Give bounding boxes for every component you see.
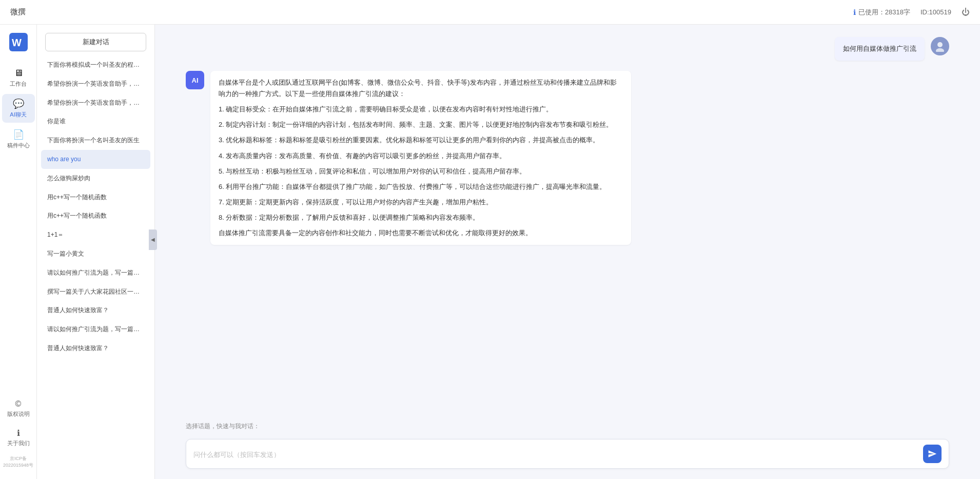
quick-topics: 选择话题，快速与我对话： [155, 417, 980, 434]
ai-message-row: AI 自媒体平台是个人或团队通过互联网平台(如博客、微博、微信公众号、抖音、快手… [186, 71, 949, 245]
workbench-icon: 🖥 [14, 68, 23, 79]
history-item[interactable]: 1+1＝ [41, 225, 150, 244]
history-item[interactable]: 普通人如何快速致富？ [41, 339, 150, 358]
ai-paragraph: 自媒体推广引流需要具备一定的内容创作和社交能力，同时也需要不断尝试和优化，才能取… [219, 227, 623, 239]
history-item[interactable]: 请以如何推广引流为题，写一篇大纲 [41, 263, 150, 282]
history-sidebar: 新建对话 下面你将模拟成一个叫圣友的程序员，我说...希望你扮演一个英语发音助手… [37, 25, 155, 479]
ai-response-content: 自媒体平台是个人或团队通过互联网平台(如博客、微博、微信公众号、抖音、快手等)发… [219, 77, 623, 239]
history-item[interactable]: 希望你扮演一个英语发音助手，我提供给你... [41, 93, 150, 112]
sidebar-collapse-toggle[interactable]: ◀ [149, 229, 157, 250]
ai-paragraph: 4. 发布高质量内容：发布高质量、有价值、有趣的内容可以吸引更多的粉丝，并提高用… [219, 150, 623, 162]
history-list: 下面你将模拟成一个叫圣友的程序员，我说...希望你扮演一个英语发音助手，我提供给… [37, 55, 154, 479]
ai-paragraph: 1. 确定目标受众：在开始自媒体推广引流之前，需要明确目标受众是谁，以便在发布内… [219, 104, 623, 115]
copyright-label: 版权说明 [7, 410, 30, 418]
history-item[interactable]: 你是谁 [41, 112, 150, 131]
history-item[interactable]: who are you [41, 150, 150, 169]
workbench-label: 工作台 [10, 80, 27, 88]
ai-paragraph: 7. 定期更新：定期更新内容，保持活跃度，可以让用户对你的内容产生兴趣，增加用户… [219, 197, 623, 208]
ai-paragraph: 6. 利用平台推广功能：自媒体平台都提供了推广功能，如广告投放、付费推广等，可以… [219, 181, 623, 193]
user-message-text: 如何用自媒体做推广引流 [843, 45, 916, 52]
main-layout: W 🖥 工作台 💬 AI聊天 📄 稿件中心 © 版权说明 ℹ [0, 25, 980, 479]
user-avatar [931, 37, 949, 55]
send-button[interactable] [923, 445, 942, 463]
svg-point-3 [936, 48, 944, 52]
ai-paragraph: 2. 制定内容计划：制定一份详细的内容计划，包括发布时间、频率、主题、文案、图片… [219, 119, 623, 130]
copyright-icon: © [15, 399, 22, 409]
user-message-row: 如何用自媒体做推广引流 [186, 37, 949, 61]
topbar-title: 微撰 [10, 7, 26, 17]
history-item[interactable]: 用c++写一个随机函数 [41, 206, 150, 225]
chat-messages: 如何用自媒体做推广引流 AI 自媒体平台是个人或团队通过互联网平台(如博客、微博… [155, 25, 980, 417]
history-item[interactable]: 撰写一篇关于八大家花园社区一刻钟便民生... [41, 282, 150, 301]
history-item[interactable]: 写一篇小黄文 [41, 244, 150, 263]
chat-input[interactable] [193, 450, 918, 458]
aichat-label: AI聊天 [10, 111, 26, 119]
drafts-label: 稿件中心 [7, 142, 30, 149]
input-box-wrapper [186, 439, 949, 469]
user-message-bubble: 如何用自媒体做推广引流 [835, 37, 925, 61]
ai-paragraph: 自媒体平台是个人或团队通过互联网平台(如博客、微博、微信公众号、抖音、快手等)发… [219, 77, 623, 100]
svg-point-2 [937, 42, 943, 47]
history-item[interactable]: 怎么做狗屎炒肉 [41, 169, 150, 188]
sidebar-item-copyright[interactable]: © 版权说明 [2, 395, 35, 422]
quick-topics-label: 选择话题，快速与我对话： [186, 423, 260, 430]
left-nav: W 🖥 工作台 💬 AI聊天 📄 稿件中心 © 版权说明 ℹ [0, 25, 37, 479]
sidebar-item-aichat[interactable]: 💬 AI聊天 [2, 94, 35, 123]
about-label: 关于我们 [7, 439, 30, 447]
topbar-usage: ℹ 已使用：28318字 [853, 8, 910, 17]
logout-icon[interactable]: ⏻ [962, 8, 970, 17]
aichat-icon: 💬 [13, 98, 24, 109]
topbar: 微撰 ℹ 已使用：28318字 ID:100519 ⏻ [0, 0, 980, 25]
icp-text: 京ICP备2022015948号 [0, 453, 36, 471]
chat-area: 如何用自媒体做推广引流 AI 自媒体平台是个人或团队通过互联网平台(如博客、微博… [155, 25, 980, 479]
ai-avatar: AI [186, 71, 204, 89]
ai-paragraph: 3. 优化标题和标签：标题和标签是吸引粉丝的重要因素。优化标题和标签可以让更多的… [219, 135, 623, 146]
ai-paragraph: 5. 与粉丝互动：积极与粉丝互动，回复评论和私信，可以增加用户对你的认可和信任，… [219, 166, 623, 177]
sidebar-item-about[interactable]: ℹ 关于我们 [2, 424, 35, 451]
sidebar-item-drafts[interactable]: 📄 稿件中心 [2, 125, 35, 154]
info-icon: ℹ [853, 8, 856, 16]
sidebar-item-workbench[interactable]: 🖥 工作台 [2, 64, 35, 92]
topbar-right: ℹ 已使用：28318字 ID:100519 ⏻ [853, 8, 970, 17]
ai-paragraph: 8. 分析数据：定期分析数据，了解用户反馈和喜好，以便调整推广策略和内容发布频率… [219, 212, 623, 223]
svg-text:W: W [12, 37, 22, 48]
drafts-icon: 📄 [13, 129, 24, 140]
topbar-id: ID:100519 [920, 8, 951, 16]
nav-bottom: © 版权说明 ℹ 关于我们 京ICP备2022015948号 [0, 395, 36, 479]
history-item[interactable]: 用c++写一个随机函数 [41, 188, 150, 207]
ai-message-bubble: 自媒体平台是个人或团队通过互联网平台(如博客、微博、微信公众号、抖音、快手等)发… [210, 71, 631, 245]
logo-area: W [9, 33, 28, 51]
new-conversation-button[interactable]: 新建对话 [45, 33, 146, 51]
history-item[interactable]: 希望你扮演一个英语发音助手，我提供给你... [41, 74, 150, 93]
logo-icon: W [9, 33, 28, 51]
send-icon [928, 449, 937, 458]
nav-items: 🖥 工作台 💬 AI聊天 📄 稿件中心 [2, 64, 35, 395]
input-area [155, 434, 980, 479]
history-item[interactable]: 请以如何推广引流为题，写一篇大纲 [41, 320, 150, 339]
history-item[interactable]: 下面你将模拟成一个叫圣友的程序员，我说... [41, 55, 150, 74]
about-icon: ℹ [17, 428, 20, 438]
history-item[interactable]: 普通人如何快速致富？ [41, 301, 150, 320]
usage-text: 已使用：28318字 [858, 8, 910, 17]
history-item[interactable]: 下面你将扮演一个名叫圣友的医生 [41, 131, 150, 150]
